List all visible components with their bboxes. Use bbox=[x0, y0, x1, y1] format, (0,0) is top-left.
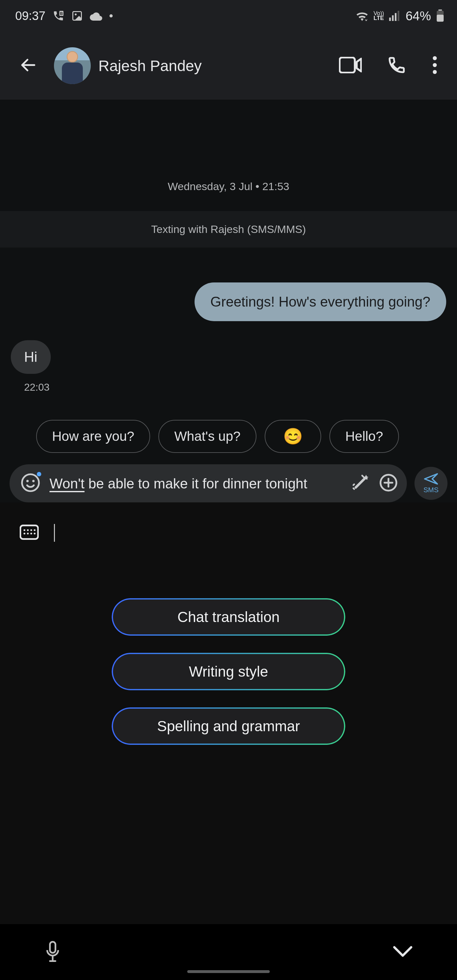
back-button[interactable] bbox=[10, 50, 46, 81]
cell-signal-icon bbox=[389, 11, 401, 21]
conversation-area: Wednesday, 3 Jul • 21:53 Texting with Ra… bbox=[0, 100, 457, 503]
svg-point-23 bbox=[33, 529, 35, 531]
wifi-icon bbox=[356, 11, 368, 21]
compose-text-input[interactable]: Won't be able to make it for dinner toni… bbox=[49, 475, 342, 492]
send-button-label: SMS bbox=[424, 486, 439, 494]
svg-point-12 bbox=[433, 56, 437, 60]
incoming-message-bubble[interactable]: Hi bbox=[11, 340, 51, 374]
svg-rect-10 bbox=[437, 14, 444, 22]
svg-rect-4 bbox=[389, 18, 391, 21]
smart-reply-chip[interactable]: How are you? bbox=[36, 420, 150, 453]
svg-rect-19 bbox=[20, 525, 38, 539]
smart-reply-chip-emoji[interactable]: 😊 bbox=[265, 420, 321, 453]
incoming-message-time: 22:03 bbox=[11, 382, 49, 393]
svg-text:B: B bbox=[60, 11, 63, 16]
emoji-picker-button[interactable] bbox=[20, 473, 41, 494]
app-bar: Rajesh Pandey bbox=[0, 32, 457, 100]
date-separator: Wednesday, 3 Jul • 21:53 bbox=[0, 100, 457, 211]
more-options-button[interactable] bbox=[423, 50, 447, 81]
battery-icon bbox=[436, 10, 444, 22]
svg-rect-28 bbox=[50, 942, 55, 953]
cloud-icon bbox=[90, 11, 102, 21]
volte-indicator: Vo)) LTE bbox=[374, 11, 384, 21]
svg-point-13 bbox=[433, 63, 437, 67]
svg-rect-11 bbox=[339, 57, 355, 73]
gallery-icon bbox=[72, 10, 83, 22]
text-cursor bbox=[54, 524, 55, 542]
voice-input-button[interactable] bbox=[45, 940, 61, 964]
smart-reply-chip[interactable]: Hello? bbox=[330, 420, 399, 453]
more-notifications-dot bbox=[110, 14, 113, 18]
keyboard-toggle-row bbox=[0, 524, 457, 570]
svg-point-15 bbox=[22, 474, 39, 491]
gesture-nav-handle[interactable] bbox=[187, 970, 270, 973]
outgoing-message-bubble[interactable]: Greetings! How's everything going? bbox=[194, 282, 446, 321]
contact-name[interactable]: Rajesh Pandey bbox=[99, 57, 322, 75]
svg-point-25 bbox=[27, 533, 29, 535]
status-time: 09:37 bbox=[15, 9, 45, 23]
add-attachment-button[interactable] bbox=[379, 473, 398, 493]
missed-call-icon: B bbox=[53, 10, 64, 22]
svg-point-22 bbox=[30, 529, 32, 531]
svg-point-3 bbox=[75, 14, 77, 16]
keyboard-icon[interactable] bbox=[20, 524, 39, 541]
ai-option-chat-translation[interactable]: Chat translation bbox=[112, 598, 345, 636]
voice-call-button[interactable] bbox=[378, 50, 415, 81]
collapse-keyboard-button[interactable] bbox=[393, 945, 412, 959]
svg-point-20 bbox=[24, 529, 25, 531]
ai-option-spelling-grammar[interactable]: Spelling and grammar bbox=[112, 707, 345, 745]
incoming-message-row: Hi 22:03 bbox=[11, 340, 446, 393]
battery-percent: 64% bbox=[406, 9, 431, 23]
send-sms-button[interactable]: SMS bbox=[414, 467, 447, 500]
svg-rect-5 bbox=[392, 15, 393, 21]
svg-point-16 bbox=[26, 480, 29, 482]
svg-rect-7 bbox=[398, 11, 399, 21]
outgoing-message-row: Greetings! How's everything going? bbox=[11, 282, 446, 321]
svg-point-27 bbox=[33, 533, 35, 535]
compose-text-rest: be able to make it for dinner tonight bbox=[84, 476, 307, 491]
ai-options-list: Chat translation Writing style Spelling … bbox=[0, 570, 457, 745]
compose-text-underlined: Won't bbox=[49, 476, 84, 491]
video-call-button[interactable] bbox=[330, 51, 371, 80]
svg-point-14 bbox=[433, 70, 437, 74]
svg-rect-6 bbox=[395, 13, 396, 21]
message-composer[interactable]: Won't be able to make it for dinner toni… bbox=[10, 464, 407, 503]
svg-point-21 bbox=[27, 529, 29, 531]
svg-point-17 bbox=[32, 480, 35, 482]
system-nav-bar bbox=[0, 924, 457, 980]
svg-point-26 bbox=[30, 533, 32, 535]
smart-reply-chip[interactable]: What's up? bbox=[158, 420, 256, 453]
svg-rect-8 bbox=[439, 10, 442, 11]
status-bar: 09:37 B Vo)) LTE 64% bbox=[0, 0, 457, 32]
svg-point-24 bbox=[24, 533, 25, 535]
magic-compose-button[interactable] bbox=[351, 473, 370, 493]
contact-avatar[interactable] bbox=[54, 47, 91, 84]
assist-panel: Chat translation Writing style Spelling … bbox=[0, 503, 457, 745]
ai-option-writing-style[interactable]: Writing style bbox=[112, 653, 345, 690]
smart-reply-row: How are you? What's up? 😊 Hello? bbox=[0, 407, 457, 464]
texting-banner: Texting with Rajesh (SMS/MMS) bbox=[0, 211, 457, 248]
composer-row: Won't be able to make it for dinner toni… bbox=[0, 464, 457, 503]
